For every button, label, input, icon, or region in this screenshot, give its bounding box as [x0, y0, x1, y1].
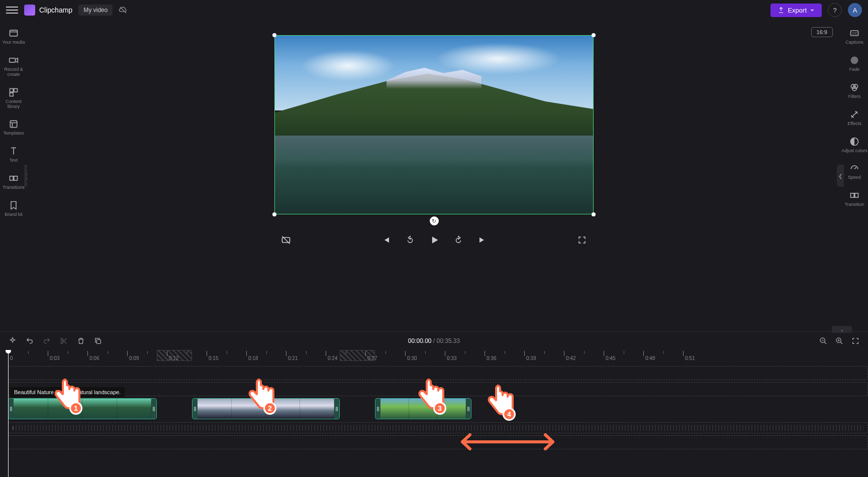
svg-rect-2 — [10, 58, 16, 62]
avatar[interactable]: A — [848, 3, 862, 17]
media-icon — [9, 28, 19, 38]
svg-rect-8 — [14, 176, 18, 180]
timeline-collapse[interactable]: ⌄ — [832, 326, 852, 333]
sidebar-item-brand-kit[interactable]: Brand kit — [0, 196, 27, 221]
export-button[interactable]: Export — [770, 4, 822, 17]
zoom-out-button[interactable] — [819, 336, 828, 345]
export-label: Export — [788, 7, 807, 14]
ruler-tick-label: 0:51 — [685, 355, 695, 361]
sidebar-item-adjust-colors[interactable]: Adjust colors — [841, 133, 868, 158]
captions-icon: CC — [849, 28, 859, 38]
sidebar-item-transition[interactable]: Transition — [841, 186, 868, 211]
annotation-badge: 4 — [503, 408, 516, 421]
forward-5s-button[interactable] — [453, 234, 464, 246]
right-sidebar: CC Captions Fade Filters Effects Adjust … — [841, 20, 868, 331]
skip-back-button[interactable] — [380, 234, 392, 246]
sidebar-item-label: Fade — [849, 67, 860, 72]
sidebar-item-label: Your media — [2, 40, 25, 45]
clip-trim-handle-right[interactable]: || — [151, 399, 156, 419]
ruler-tick-label: 0:48 — [645, 355, 655, 361]
sidebar-item-label: Templates — [3, 131, 24, 136]
play-button[interactable] — [429, 234, 440, 246]
sidebar-item-effects[interactable]: Effects — [841, 105, 868, 131]
rewind-5s-button[interactable] — [405, 234, 416, 246]
logo-icon — [24, 5, 35, 16]
sidebar-item-transitions[interactable]: Transitions — [0, 169, 27, 194]
sidebar-item-fade[interactable]: Fade — [841, 51, 868, 76]
fade-icon — [849, 55, 859, 65]
clip-trim-handle-left[interactable]: || — [192, 399, 198, 419]
ruler-tick-label: 0:45 — [606, 355, 615, 361]
text-icon — [9, 146, 19, 156]
annotation-badge: 2 — [263, 402, 276, 415]
ruler-tick-label: 0:18 — [248, 355, 258, 361]
cloud-sync-icon[interactable] — [119, 5, 129, 15]
sidebar-item-record-create[interactable]: Record & create — [0, 51, 27, 81]
drop-lane[interactable] — [8, 435, 868, 449]
ruler-tick-label: 0:42 — [566, 355, 575, 361]
fullscreen-button[interactable] — [576, 234, 588, 246]
undo-button[interactable] — [25, 336, 34, 345]
speed-icon — [849, 163, 859, 173]
svg-rect-6 — [10, 121, 17, 128]
delete-button[interactable] — [76, 336, 85, 345]
menu-button[interactable] — [6, 4, 18, 16]
right-rail-toggle[interactable]: ❮ — [837, 165, 844, 187]
annotation-badge: 1 — [69, 402, 82, 415]
sidebar-item-label: Transitions — [3, 185, 25, 190]
audio-track[interactable]: ♪ — [8, 422, 868, 433]
sidebar-item-text[interactable]: Text — [0, 142, 27, 167]
sidebar-item-templates[interactable]: Templates — [0, 115, 27, 140]
timeline-ruler[interactable]: 00:030:060:090:120:150:180:210:240:270:3… — [8, 350, 868, 362]
music-icon: ♪ — [12, 424, 15, 430]
video-name-field[interactable]: My video — [78, 5, 113, 16]
svg-text:CC: CC — [852, 32, 857, 35]
video-canvas[interactable] — [274, 35, 594, 214]
help-button[interactable]: ? — [828, 3, 842, 17]
sidebar-item-label: Brand kit — [5, 212, 23, 217]
split-button[interactable] — [59, 336, 68, 345]
sidebar-item-label: Effects — [847, 122, 861, 127]
left-sidebar: Your media Record & create Content libra… — [0, 20, 27, 331]
total-time: 00:35.33 — [437, 337, 460, 344]
sidebar-item-label: Content library — [0, 99, 27, 109]
adjust-colors-icon — [849, 137, 859, 147]
resize-handle-br[interactable] — [592, 212, 596, 216]
svg-rect-1 — [10, 30, 18, 36]
playhead[interactable] — [8, 350, 9, 477]
transition-icon — [849, 190, 859, 200]
resize-handle-tl[interactable] — [272, 33, 276, 37]
clip-trim-handle-right[interactable]: || — [334, 399, 339, 419]
fit-zoom-button[interactable] — [851, 336, 860, 345]
auto-enhance-button[interactable] — [8, 336, 17, 345]
clip-trim-handle-left[interactable]: || — [375, 399, 380, 419]
clip-trim-handle-right[interactable]: || — [466, 399, 471, 419]
sidebar-item-filters[interactable]: Filters — [841, 78, 868, 103]
aspect-ratio-badge[interactable]: 16:9 — [811, 27, 833, 37]
svg-rect-4 — [14, 88, 18, 92]
sidebar-item-label: Record & create — [0, 67, 27, 77]
sidebar-item-speed[interactable]: Speed — [841, 159, 868, 184]
resize-handle-tr[interactable] — [592, 33, 596, 37]
header: Clipchamp My video Export ? A — [0, 0, 868, 20]
app-name: Clipchamp — [39, 6, 72, 14]
sidebar-item-captions[interactable]: CC Captions — [841, 24, 868, 49]
skip-forward-button[interactable] — [477, 234, 488, 246]
chevron-down-icon — [810, 8, 815, 13]
resize-handle-bl[interactable] — [272, 212, 276, 216]
hide-preview-button[interactable] — [280, 234, 292, 246]
sidebar-item-label: Transition — [844, 202, 864, 207]
svg-rect-22 — [97, 339, 101, 343]
svg-rect-5 — [10, 93, 14, 96]
zoom-in-button[interactable] — [835, 336, 844, 345]
duplicate-button[interactable] — [93, 336, 103, 345]
sidebar-item-content-library[interactable]: Content library — [0, 83, 27, 113]
redo-button[interactable] — [42, 336, 51, 345]
ruler-tick-label: 0:30 — [407, 355, 417, 361]
clip-trim-handle-left[interactable]: || — [9, 399, 14, 419]
logo: Clipchamp — [24, 5, 72, 16]
sidebar-item-your-media[interactable]: Your media — [0, 24, 27, 49]
rotate-handle[interactable]: ↻ — [430, 216, 439, 225]
filters-icon — [849, 82, 859, 92]
ruler-tick-label: 0:21 — [288, 355, 298, 361]
